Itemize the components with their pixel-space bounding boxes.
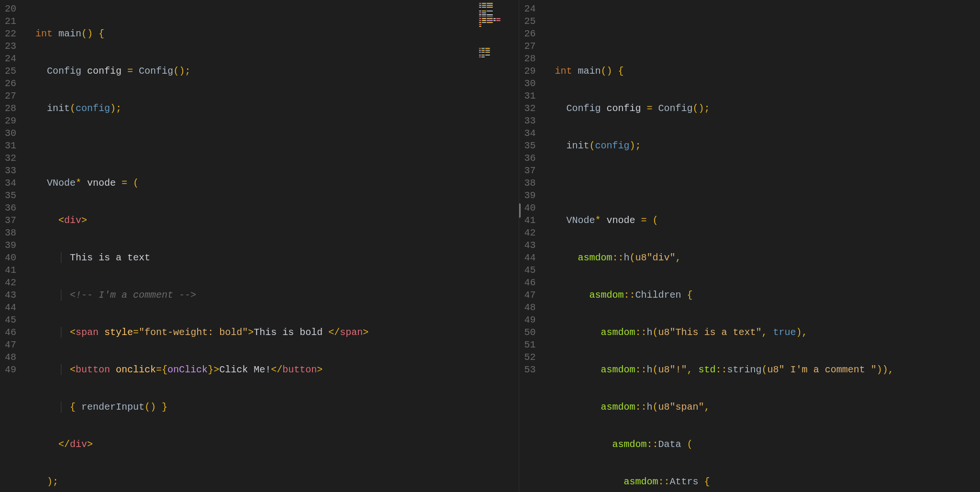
line-number: 44 bbox=[0, 302, 16, 314]
keyword: int bbox=[35, 28, 53, 39]
type-data: Data bbox=[658, 439, 681, 450]
arg-config: config bbox=[76, 103, 110, 114]
line-number: 40 bbox=[519, 202, 535, 214]
var-config: config bbox=[87, 66, 122, 77]
line-number: 33 bbox=[0, 165, 16, 177]
line-number: 45 bbox=[519, 264, 535, 277]
line-number: 37 bbox=[0, 214, 16, 227]
button-text: Click Me! bbox=[219, 364, 271, 375]
line-number: 36 bbox=[0, 202, 16, 214]
var-config: config bbox=[606, 103, 641, 114]
minimap-line bbox=[479, 20, 516, 21]
tag-button: button bbox=[76, 364, 110, 375]
line-number: 37 bbox=[519, 165, 535, 177]
line-number: 50 bbox=[519, 326, 535, 339]
ns-asmdom: asmdom bbox=[578, 252, 612, 263]
minimap-line bbox=[479, 7, 516, 8]
line-number: 28 bbox=[519, 53, 535, 65]
tag-div-open: div bbox=[64, 215, 81, 226]
editor-split: 2021222324252627282930313233343536373839… bbox=[0, 0, 980, 492]
minimap-line bbox=[479, 24, 516, 25]
fn-h: h bbox=[646, 327, 652, 338]
line-number: 31 bbox=[0, 140, 16, 152]
fn-h: h bbox=[646, 402, 652, 413]
line-number: 42 bbox=[519, 227, 535, 239]
arg-config: config bbox=[595, 140, 629, 151]
fn-h: h bbox=[646, 364, 652, 375]
line-number: 32 bbox=[0, 152, 16, 165]
tag-button-close: button bbox=[282, 364, 317, 375]
line-number: 36 bbox=[519, 152, 535, 165]
line-gutter-left: 2021222324252627282930313233343536373839… bbox=[0, 0, 25, 492]
type-config: Config bbox=[566, 103, 601, 114]
line-number: 20 bbox=[0, 3, 16, 15]
line-number: 30 bbox=[0, 127, 16, 140]
line-number: 48 bbox=[0, 351, 16, 364]
line-number: 27 bbox=[0, 90, 16, 102]
line-number: 49 bbox=[519, 314, 535, 326]
ctor-config: Config bbox=[658, 103, 693, 114]
line-number: 33 bbox=[519, 115, 535, 127]
line-number: 29 bbox=[519, 65, 535, 78]
line-number: 30 bbox=[519, 78, 535, 90]
minimap-line bbox=[479, 52, 516, 53]
var-vnode: vnode bbox=[607, 215, 635, 226]
line-number: 25 bbox=[519, 15, 535, 28]
line-number: 34 bbox=[0, 177, 16, 190]
fn-main: main bbox=[58, 28, 81, 39]
line-gutter-right: 2425262728293031323334353637383940414243… bbox=[519, 0, 544, 492]
line-number: 29 bbox=[0, 115, 16, 127]
line-number: 48 bbox=[519, 302, 535, 314]
ns-asmdom: asmdom bbox=[601, 364, 635, 375]
fn-init: init bbox=[47, 103, 70, 114]
line-number: 21 bbox=[0, 15, 16, 28]
comment-body: I'm a comment bbox=[93, 290, 179, 301]
line-number: 51 bbox=[519, 339, 535, 351]
line-number: 28 bbox=[0, 102, 16, 115]
ns-asmdom: asmdom bbox=[601, 402, 635, 413]
code-area-left[interactable]: int main() { Config config = Config(); i… bbox=[25, 0, 476, 492]
line-number: 39 bbox=[0, 239, 16, 252]
minimap-line bbox=[479, 11, 516, 11]
minimap-line bbox=[479, 48, 516, 49]
line-number: 46 bbox=[519, 277, 535, 289]
minimap-line bbox=[479, 5, 516, 6]
attr-onclick: onclick bbox=[116, 364, 156, 375]
editor-pane-right: 2425262728293031323334353637383940414243… bbox=[519, 0, 980, 492]
ns-asmdom: asmdom bbox=[601, 327, 635, 338]
minimap-line bbox=[479, 3, 516, 4]
fn-init: init bbox=[566, 140, 589, 151]
line-number: 52 bbox=[519, 351, 535, 364]
str-bang: u8"!" bbox=[658, 364, 687, 375]
minimap-line bbox=[479, 26, 516, 27]
line-number: 53 bbox=[519, 364, 535, 376]
line-number: 35 bbox=[0, 190, 16, 202]
attr-style: style bbox=[104, 327, 133, 338]
line-number: 46 bbox=[0, 326, 16, 339]
str-comment: u8" I'm a comment " bbox=[768, 364, 877, 375]
line-number: 43 bbox=[0, 289, 16, 302]
ns-asmdom: asmdom bbox=[612, 439, 646, 450]
type-config: Config bbox=[47, 66, 81, 77]
minimap-line bbox=[479, 16, 516, 17]
editor-pane-left: 2021222324252627282930313233343536373839… bbox=[0, 0, 519, 492]
line-number: 25 bbox=[0, 65, 16, 78]
str-text: u8"This is a text" bbox=[658, 327, 762, 338]
var-vnode: vnode bbox=[87, 178, 116, 189]
minimap-line bbox=[479, 50, 516, 51]
fn-main: main bbox=[578, 66, 601, 77]
line-number: 47 bbox=[519, 289, 535, 302]
line-number: 35 bbox=[519, 140, 535, 152]
type-children: Children bbox=[635, 290, 681, 301]
code-area-right[interactable]: int main() { Config config = Config(); i… bbox=[544, 0, 980, 492]
minimap-line bbox=[479, 9, 516, 10]
line-number: 49 bbox=[0, 364, 16, 376]
ns-asmdom: asmdom bbox=[624, 476, 658, 487]
line-number: 34 bbox=[519, 127, 535, 140]
bold-text: This is bold bbox=[254, 327, 328, 338]
keyword: int bbox=[555, 66, 572, 77]
minimap[interactable] bbox=[478, 2, 518, 64]
line-number: 47 bbox=[0, 339, 16, 351]
line-number: 24 bbox=[0, 53, 16, 65]
line-number: 40 bbox=[0, 252, 16, 264]
